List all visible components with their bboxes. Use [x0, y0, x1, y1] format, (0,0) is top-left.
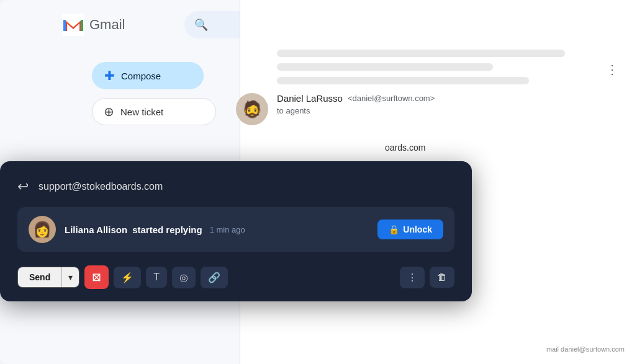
- sender-name: Daniel LaRusso: [277, 93, 343, 104]
- hyperlink-button[interactable]: 🔗: [201, 267, 228, 288]
- notification-time: 1 min ago: [210, 225, 245, 234]
- new-ticket-button[interactable]: ⊕ New ticket: [92, 98, 216, 125]
- unlock-button[interactable]: 🔒 Unlock: [377, 220, 443, 239]
- email-meta: Daniel LaRusso <daniel@surftown.com> to …: [277, 93, 435, 115]
- liliana-avatar: 👩: [29, 216, 56, 243]
- notification-row: 👩 Liliana Allison started replying 1 min…: [17, 207, 454, 252]
- lock-icon: 🔒: [389, 224, 399, 234]
- gmail-title-text: Gmail: [89, 17, 125, 33]
- link-circle-icon: ◎: [179, 272, 188, 283]
- daniel-avatar: 🧔: [236, 93, 268, 125]
- kustomer-icon-button[interactable]: ⊠: [84, 265, 109, 289]
- new-ticket-label: New ticket: [120, 107, 163, 117]
- email-sender-row: 🧔 Daniel LaRusso <daniel@surftown.com> t…: [236, 93, 435, 125]
- dark-card-overlay: ↩ support@stokedboards.com 👩 Liliana All…: [0, 161, 472, 301]
- text-icon: T: [153, 272, 160, 283]
- kustomer-icon: ⊠: [92, 270, 101, 284]
- compose-icon: ✚: [104, 68, 115, 83]
- card-header: ↩ support@stokedboards.com: [17, 179, 454, 195]
- email-footer: mail daniel@surtown.com: [546, 345, 625, 353]
- email-options-icon[interactable]: ⋮: [606, 62, 618, 77]
- notification-action: started replying: [132, 224, 202, 235]
- new-ticket-icon: ⊕: [104, 104, 114, 119]
- more-options-icon: ⋮: [407, 272, 417, 283]
- lightning-icon: ⚡: [121, 272, 133, 283]
- chevron-down-icon: ▾: [68, 272, 73, 282]
- compose-label: Compose: [121, 71, 161, 81]
- hyperlink-icon: 🔗: [208, 272, 220, 283]
- text-format-button[interactable]: T: [146, 267, 167, 288]
- link-format-button[interactable]: ◎: [172, 267, 196, 288]
- skeleton-row-1: [277, 50, 565, 57]
- gmail-m-icon: [62, 14, 84, 36]
- compose-button[interactable]: ✚ Compose: [92, 62, 204, 89]
- email-to-label: to agents: [277, 106, 435, 115]
- skeleton-row-2: [277, 63, 493, 71]
- trash-icon: 🗑: [437, 272, 447, 283]
- search-icon: 🔍: [194, 18, 208, 32]
- skeleton-rows: [264, 50, 625, 91]
- email-domain-snippet: oards.com: [385, 143, 425, 153]
- gmail-logo: Gmail: [62, 14, 125, 36]
- trash-button[interactable]: 🗑: [430, 267, 454, 288]
- agent-name: Liliana Allison: [65, 224, 127, 235]
- unlock-label: Unlock: [403, 224, 432, 234]
- back-arrow-icon[interactable]: ↩: [17, 179, 29, 195]
- sender-email: <daniel@surftown.com>: [348, 94, 435, 103]
- send-chevron-button[interactable]: ▾: [61, 267, 79, 287]
- card-toolbar: Send ▾ ⊠ ⚡ T ◎ 🔗 ⋮ 🗑: [17, 265, 454, 289]
- skeleton-row-3: [277, 77, 529, 84]
- card-email-address: support@stokedboards.com: [38, 181, 163, 192]
- notification-content: Liliana Allison started replying 1 min a…: [65, 224, 369, 235]
- daniel-avatar-emoji: 🧔: [242, 100, 262, 119]
- liliana-avatar-emoji: 👩: [33, 221, 52, 238]
- send-button-group[interactable]: Send ▾: [17, 267, 79, 288]
- lightning-bolt-button[interactable]: ⚡: [114, 267, 141, 288]
- send-button[interactable]: Send: [18, 267, 61, 287]
- toolbar-right-actions: ⋮ 🗑: [400, 267, 454, 288]
- more-options-button[interactable]: ⋮: [400, 267, 425, 288]
